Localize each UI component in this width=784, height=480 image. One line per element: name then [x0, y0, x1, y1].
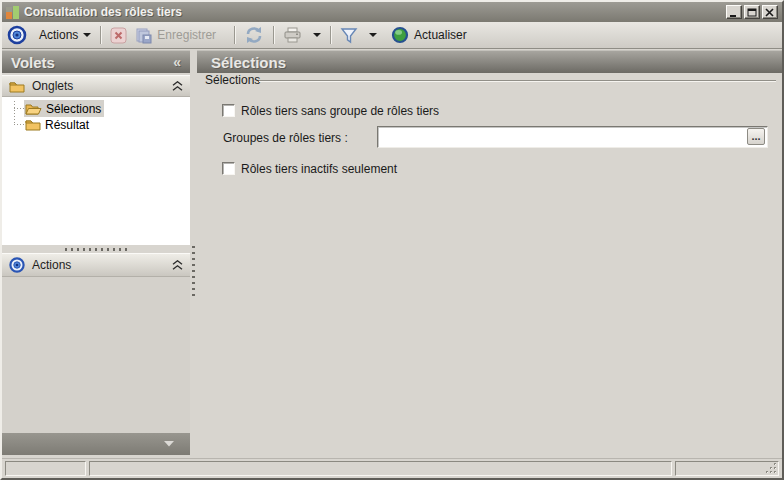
- resize-grip-icon[interactable]: [765, 462, 777, 474]
- chevron-down-icon: [164, 441, 174, 447]
- actions-section-header[interactable]: Actions: [2, 253, 190, 277]
- browse-button[interactable]: ...: [747, 128, 765, 145]
- tree-item-label: Résultat: [45, 118, 89, 132]
- close-button[interactable]: [762, 5, 778, 19]
- toolbar-separator: [100, 26, 101, 44]
- tree-item-selections[interactable]: Sélections: [24, 100, 104, 117]
- selections-panel-header: Sélections: [197, 50, 782, 73]
- onglets-section-label: Onglets: [32, 79, 73, 93]
- chevron-down-icon: [313, 33, 321, 37]
- minimize-button[interactable]: [726, 5, 742, 19]
- actualiser-button-label: Actualiser: [414, 28, 467, 42]
- volets-panel-header: Volets «: [2, 50, 190, 73]
- panel-bottom-bar[interactable]: [2, 433, 190, 455]
- checkbox-inactive-label: Rôles tiers inactifs seulement: [241, 162, 397, 176]
- window-title: Consultation des rôles tiers: [24, 5, 182, 19]
- titlebar: Consultation des rôles tiers: [2, 2, 782, 22]
- delete-icon: [110, 27, 127, 44]
- onglets-tree: Sélections Résultat: [2, 97, 190, 245]
- actualiser-icon: [391, 26, 409, 44]
- tree-item-label: Sélections: [46, 102, 101, 116]
- group-field-input[interactable]: [380, 129, 744, 145]
- tree-item-resultat[interactable]: Résultat: [24, 116, 92, 133]
- delete-button[interactable]: [106, 25, 131, 46]
- folder-open-icon: [25, 102, 42, 115]
- actions-section-body: [2, 277, 190, 433]
- refresh-button[interactable]: [240, 24, 268, 46]
- actions-menu-button[interactable]: Actions: [35, 26, 95, 44]
- save-button[interactable]: Enregistrer: [131, 25, 220, 46]
- save-icon: [135, 27, 152, 44]
- filter-button[interactable]: [336, 25, 381, 46]
- status-panel-1: [5, 461, 86, 476]
- group-field: ...: [377, 126, 768, 148]
- status-panel-2: [89, 461, 672, 476]
- selections-form: Sélections Rôles tiers sans groupe de rô…: [197, 73, 782, 458]
- splitter-grip: [65, 248, 127, 251]
- app-icon: [6, 6, 19, 19]
- selections-panel-title: Sélections: [211, 54, 286, 71]
- chevron-down-icon: [83, 33, 91, 37]
- group-field-label: Groupes de rôles tiers :: [223, 131, 348, 145]
- toolbar-separator: [330, 26, 331, 44]
- toolbar-separator: [273, 26, 274, 44]
- tree-connector-line: [14, 124, 24, 125]
- toolbar-separator: [234, 26, 235, 44]
- actions-section-label: Actions: [32, 258, 71, 272]
- folder-icon: [25, 118, 41, 131]
- actions-menu-label: Actions: [39, 28, 78, 42]
- refresh-icon: [244, 26, 264, 44]
- print-button[interactable]: [279, 25, 325, 45]
- vertical-splitter[interactable]: [190, 50, 197, 458]
- checkbox-inactive[interactable]: [222, 162, 235, 175]
- groupbox-label: Sélections: [205, 73, 260, 87]
- target-icon: [7, 25, 27, 45]
- status-bar: [2, 458, 782, 478]
- target-icon: [9, 257, 25, 273]
- toolbar: Actions Enregistrer: [2, 22, 782, 49]
- filter-icon: [340, 27, 358, 44]
- checkbox-no-group-label: Rôles tiers sans groupe de rôles tiers: [241, 104, 439, 118]
- checkbox-no-group[interactable]: [222, 104, 235, 117]
- chevron-down-icon: [369, 33, 377, 37]
- tree-connector-line: [14, 101, 15, 125]
- maximize-button[interactable]: [744, 5, 760, 19]
- app-window: Consultation des rôles tiers Actions: [0, 0, 784, 480]
- splitter-grip: [192, 246, 195, 298]
- status-panel-3: [675, 461, 779, 476]
- window-controls: [726, 5, 778, 19]
- volets-panel-title: Volets: [11, 54, 55, 71]
- folder-icon: [9, 80, 25, 93]
- save-button-label: Enregistrer: [157, 28, 216, 42]
- collapse-section-icon[interactable]: [172, 260, 183, 270]
- collapse-section-icon[interactable]: [172, 81, 183, 91]
- printer-icon: [283, 27, 302, 43]
- actualiser-button[interactable]: Actualiser: [387, 24, 471, 46]
- horizontal-splitter[interactable]: [2, 245, 190, 253]
- tree-connector-line: [14, 108, 24, 109]
- onglets-section-header[interactable]: Onglets: [2, 75, 190, 97]
- groupbox-line: [259, 80, 776, 82]
- collapse-panel-icon[interactable]: «: [173, 54, 181, 70]
